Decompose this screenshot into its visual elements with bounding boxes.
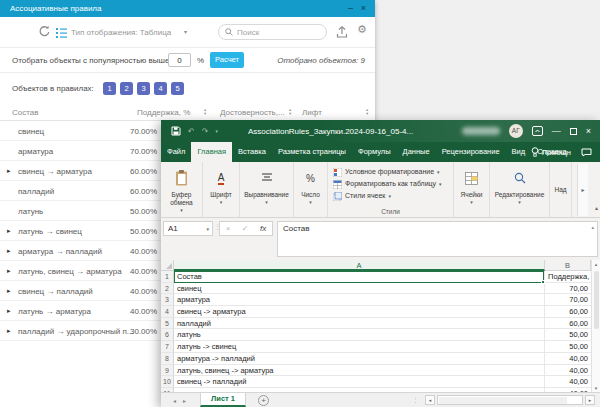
alignment-group[interactable]: Выравнивание ▾ [240,162,294,217]
row-header[interactable]: 1 [161,271,174,283]
ribbon-tab[interactable]: Данные [397,142,436,162]
expand-icon[interactable]: ▸ [7,227,11,235]
row-header[interactable]: 3 [161,294,174,306]
select-all-corner[interactable] [161,260,174,271]
cell-a[interactable]: латунь -> свинец [174,341,545,353]
ribbon-tab[interactable]: Главная [191,142,232,162]
grid-row[interactable]: 8 арматура -> палладий 40,00 [161,353,591,365]
excel-titlebar[interactable]: ↶ ↷ ▾ AssociationRules_Закупки.2024-09-1… [161,120,600,142]
row-header[interactable]: 10 [161,376,174,388]
search-box[interactable] [218,24,327,40]
cell-styles-button[interactable]: Стили ячеек ▾ [333,190,391,202]
help-assistant[interactable]: Помощн [527,147,575,157]
close-button[interactable]: × [361,0,366,17]
splitter-dots[interactable]: ⋮ [412,396,419,404]
scrollbar-thumb[interactable] [439,397,567,404]
format-as-table-button[interactable]: Форматировать как таблицу ▾ [333,178,442,190]
cell-a[interactable]: Состав [174,271,545,283]
refresh-icon[interactable] [38,25,51,38]
ribbon-tab[interactable]: Вставка [232,142,272,162]
minimize-button[interactable]: – [348,0,353,17]
font-group[interactable]: А Шрифт ▾ [203,162,240,217]
display-type-label[interactable]: Тип отображения: Таблица [71,28,171,37]
cell-b[interactable]: 60,00 [545,318,591,330]
cell-b[interactable]: Поддержка, % [545,271,591,283]
grid-row[interactable]: 4 свинец -> арматура 60,00 [161,306,591,318]
clipboard-group[interactable]: Буфер обмена ▾ [161,162,203,217]
sheet-tab[interactable]: Лист 1 [200,393,246,407]
cell-b[interactable]: 50,00 [545,341,591,353]
row-header[interactable]: 7 [161,341,174,353]
count-button[interactable]: 1 [103,82,116,95]
gear-icon[interactable]: ⚙ [357,23,367,36]
cell-b[interactable]: 70,00 [545,294,591,306]
maximize-button[interactable] [570,128,577,135]
sort-icon[interactable]: ▴▾ [366,108,368,116]
save-icon[interactable] [171,126,181,136]
ribbon-tab[interactable]: Формулы [352,142,397,162]
formula-bar-collapse-icon[interactable]: ▴ [591,224,594,230]
conditional-formatting-button[interactable]: Условное форматирование ▾ [333,166,440,178]
cell-b[interactable]: 60,00 [545,306,591,318]
cell-b[interactable]: 70,00 [545,283,591,295]
expand-icon[interactable]: ▸ [7,247,11,255]
popularity-input[interactable] [168,53,191,67]
cell-a[interactable]: арматура [174,294,545,306]
row-header[interactable]: 5 [161,318,174,330]
cell-a[interactable]: латунь, свинец -> арматура [174,365,545,377]
sort-icon[interactable]: ▴▾ [204,108,206,116]
cell-b[interactable]: 40,00 [545,353,591,365]
scroll-right-icon[interactable]: ▸ [585,395,595,405]
scrollbar-track[interactable] [437,395,583,405]
add-sheet-icon[interactable]: + [258,395,269,406]
cancel-icon[interactable]: × [226,224,231,233]
cell-b[interactable]: 40,00 [545,376,591,388]
export-icon[interactable] [336,26,348,38]
sort-icon[interactable]: ▴▾ [289,108,291,116]
cell-b[interactable]: 40,00 [545,365,591,377]
ribbon-tab[interactable]: Рецензирование [436,142,506,162]
horizontal-scrollbar[interactable]: ⋮ ◂ ▸ [412,395,595,405]
chevron-down-icon[interactable]: ▾ [184,28,187,35]
ribbon-tab[interactable]: Разметка страницы [272,142,352,162]
expand-icon[interactable]: ▸ [7,327,11,335]
cell-a[interactable]: арматура -> палладий [174,353,545,365]
scroll-left-icon[interactable]: ◂ [425,395,435,405]
window-titlebar[interactable]: Ассоциативные правила – × [0,0,375,17]
avatar[interactable]: АГ [509,124,523,138]
formula-input[interactable]: Состав ▴ [277,221,598,257]
qat-more-icon[interactable]: ▾ [215,128,218,134]
grid-row[interactable]: 10 свинец -> палладий 40,00 [161,376,591,388]
column-header-b[interactable]: B [545,260,591,271]
expand-icon[interactable]: ▸ [7,307,11,315]
cell-a[interactable]: палладий [174,318,545,330]
enter-icon[interactable]: ✓ [242,224,249,233]
scroll-up-icon[interactable]: ▴ [592,261,600,267]
insert-function-icon[interactable]: fx [260,224,266,233]
row-header[interactable]: 2 [161,283,174,295]
scroll-down-icon[interactable]: ▾ [592,385,600,391]
cell-b[interactable]: 50,00 [545,329,591,341]
ribbon-collapse-icon[interactable]: ▴ [595,204,598,211]
grid-row[interactable]: 7 латунь -> свинец 50,00 [161,341,591,353]
redo-icon[interactable]: ↷ [202,127,209,136]
comments-icon[interactable] [581,148,592,157]
sheet-prev-icon[interactable]: ◂ [173,397,176,404]
grid-row[interactable]: 9 латунь, свинец -> арматура 40,00 [161,365,591,377]
count-button[interactable]: 4 [154,82,167,95]
grid-row[interactable]: 3 арматура 70,00 [161,294,591,306]
cell-a[interactable]: свинец [174,283,545,295]
grid-row[interactable]: 6 латунь 50,00 [161,329,591,341]
grid-row[interactable]: 2 свинец 70,00 [161,283,591,295]
row-header[interactable]: 8 [161,353,174,365]
spreadsheet-grid[interactable]: A B 1 Состав Поддержка, % 2 свинец 70,00 [161,260,591,392]
count-button[interactable]: 5 [171,82,184,95]
cell-a[interactable]: свинец -> палладий [174,376,545,388]
row-header[interactable]: 9 [161,365,174,377]
ribbon-scroll-right-icon[interactable]: ▸ [577,164,588,216]
expand-icon[interactable]: ▸ [7,287,11,295]
vertical-scrollbar[interactable]: ▴ ▾ [591,260,600,392]
sheet-next-icon[interactable]: ▸ [183,397,186,404]
count-button[interactable]: 3 [137,82,150,95]
cell-a[interactable]: латунь [174,329,545,341]
